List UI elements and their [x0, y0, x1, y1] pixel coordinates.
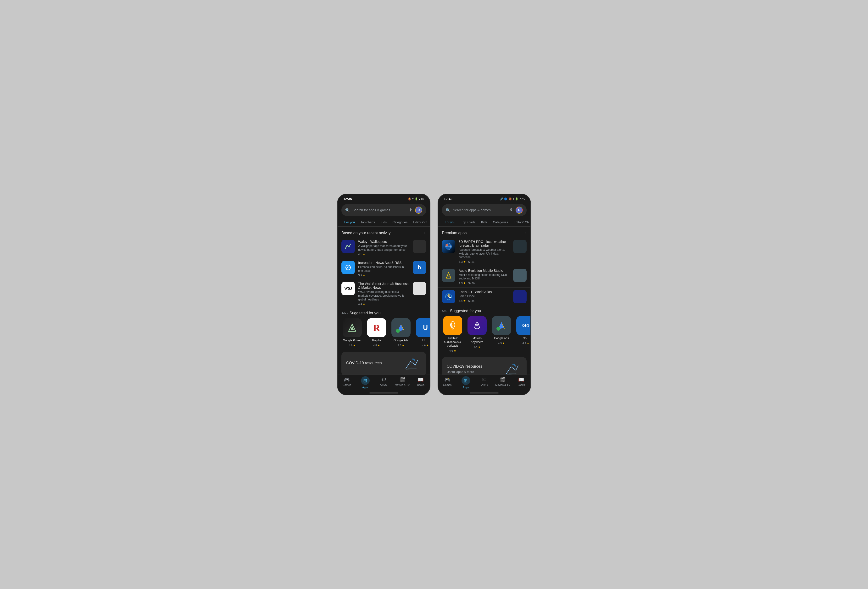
- premium-section-arrow[interactable]: →: [522, 230, 527, 236]
- audio-evolution-icon: [442, 269, 455, 282]
- mic-icon-2[interactable]: 🎙: [509, 208, 513, 212]
- bt-icon-2: 🔵: [504, 197, 508, 200]
- bottom-nav-movies-1[interactable]: 🎬 Movies & TV: [393, 377, 412, 389]
- tab-categories-2[interactable]: Categories: [490, 218, 511, 226]
- tab-editors-2[interactable]: Editors' Ch: [511, 218, 530, 226]
- home-indicator-1: [369, 393, 398, 393]
- suggested-scroll-2[interactable]: Audible: audiobooks & podcasts 4.6 ★: [438, 314, 530, 355]
- bottom-nav-games-1[interactable]: 🎮 Games: [338, 377, 356, 389]
- suggested-scroll-1[interactable]: Google Primer 4.6 ★ R Ralphs 4.5: [338, 316, 430, 350]
- scroll-content-1[interactable]: Based on your recent activity → Walpy - …: [338, 227, 430, 375]
- google-ads-name-2: Google Ads: [494, 337, 509, 340]
- covid-card-2[interactable]: COVID-19 resources Useful apps & more: [442, 357, 527, 375]
- earth-pro-icon: [442, 240, 455, 253]
- tab-top-charts-2[interactable]: Top charts: [458, 218, 478, 226]
- app-item-walpy[interactable]: Walpy - Wallpapers A Wallpaper app that …: [338, 237, 430, 258]
- tab-top-charts-1[interactable]: Top charts: [358, 218, 378, 226]
- avatar-inner-1: U: [416, 207, 422, 213]
- ads-label-2: Ads • Suggested for you: [438, 308, 530, 314]
- avatar-2[interactable]: U: [515, 206, 523, 214]
- earth3d-star: ★: [463, 299, 466, 303]
- suggested-app-google-ads-1[interactable]: Google Ads 4.3 ★: [390, 318, 412, 347]
- ads-dot-1: •: [347, 312, 348, 314]
- earth3d-rating: 4.4 ★ $2.99: [459, 299, 510, 303]
- bottom-nav-apps-1[interactable]: ⊞ Apps: [356, 377, 374, 389]
- ub-name: Ub...: [422, 339, 428, 343]
- search-bar-1[interactable]: 🔍 Search for apps & games 🎙 U: [341, 204, 426, 216]
- app-item-earth3d[interactable]: Earth 3D - World Atlas Smart Globe 4.4 ★…: [438, 287, 530, 306]
- google-ads-rating-2: 4.3 ★: [498, 342, 505, 345]
- status-time-2: 12:42: [444, 197, 452, 201]
- bottom-nav-books-1[interactable]: 📖 Books: [412, 377, 430, 389]
- suggested-app-ralphs[interactable]: R Ralphs 4.5 ★: [366, 318, 387, 347]
- tab-for-you-2[interactable]: For you: [442, 218, 458, 226]
- movies-label-1: Movies & TV: [395, 383, 410, 386]
- suggested-app-google-ads-2[interactable]: Google Ads 4.3 ★: [491, 316, 512, 352]
- audio-evolution-star: ★: [463, 281, 466, 285]
- search-bar-2[interactable]: 🔍 Search for apps & games 🎙 U: [442, 204, 527, 216]
- suggested-app-audible[interactable]: Audible: audiobooks & podcasts 4.6 ★: [442, 316, 464, 352]
- earth-pro-screenshot: [513, 240, 527, 253]
- audio-evolution-info: Audio Evolution Mobile Studio Mobile rec…: [459, 269, 510, 285]
- go-logo-text: Go: [522, 322, 530, 329]
- app-item-audio-evolution[interactable]: Audio Evolution Mobile Studio Mobile rec…: [438, 266, 530, 287]
- go-star: ★: [527, 342, 529, 345]
- earth-pro-info: 3D EARTH PRO - local weather forecast & …: [459, 240, 510, 264]
- google-ads-star-1: ★: [402, 344, 404, 347]
- tab-for-you-1[interactable]: For you: [341, 218, 358, 226]
- earth3d-info: Earth 3D - World Atlas Smart Globe 4.4 ★…: [459, 290, 510, 303]
- active-dot-2: ⊞: [462, 376, 470, 385]
- status-bar-1: 12:35 🔕 ▾ 🔋 74%: [338, 194, 430, 202]
- suggested-app-movies-anywhere[interactable]: Movies Anywhere 4.4 ★: [466, 316, 488, 352]
- tab-categories-1[interactable]: Categories: [390, 218, 410, 226]
- covid-title-2: COVID-19 resources: [447, 364, 482, 369]
- wsj-icon: WSJ: [341, 282, 355, 295]
- ralphs-name: Ralphs: [372, 339, 381, 343]
- search-placeholder-1: Search for apps & games: [353, 208, 406, 212]
- covid-card-1[interactable]: COVID-19 resources: [341, 352, 426, 375]
- walpy-star: ★: [363, 253, 365, 256]
- mute-icon-2: 🔕: [508, 197, 512, 200]
- app-item-inoreader[interactable]: Inoreader - News App & RSS Personalized …: [338, 258, 430, 280]
- recent-section-arrow-1[interactable]: →: [422, 230, 426, 236]
- bottom-nav-books-2[interactable]: 📖 Books: [512, 377, 530, 389]
- bottom-nav-offers-1[interactable]: 🏷 Offers: [374, 377, 393, 389]
- audio-evolution-rating: 4.3 ★ $9.99: [459, 281, 510, 285]
- mic-icon-1[interactable]: 🎙: [409, 208, 413, 212]
- phones-container: 12:35 🔕 ▾ 🔋 74% 🔍 Search for apps & game…: [337, 194, 531, 395]
- offers-label-2: Offers: [481, 383, 488, 386]
- recent-section-title-1: Based on your recent activity: [341, 231, 390, 235]
- offers-icon-2: 🏷: [482, 377, 487, 382]
- movies-icon-2: 🎬: [500, 377, 506, 383]
- status-bar-2: 12:42 🔗 🔵 🔕 ▾ 🔋 78%: [438, 194, 530, 202]
- books-label-2: Books: [518, 383, 525, 386]
- home-indicator-2: [470, 393, 499, 393]
- books-label-1: Books: [417, 383, 424, 386]
- tab-kids-2[interactable]: Kids: [478, 218, 490, 226]
- avatar-1[interactable]: U: [415, 206, 422, 214]
- premium-section-title: Premium apps: [442, 231, 466, 235]
- suggested-app-primer[interactable]: Google Primer 4.6 ★: [341, 318, 363, 347]
- suggested-app-go[interactable]: Go Go... 4.4 ★: [515, 316, 530, 352]
- games-label-1: Games: [342, 383, 351, 386]
- games-icon-1: 🎮: [344, 377, 350, 383]
- app-item-wsj[interactable]: WSJ The Wall Street Journal: Business & …: [338, 280, 430, 308]
- earth3d-name: Earth 3D - World Atlas: [459, 290, 510, 294]
- bottom-nav-2: 🎮 Games ⊞ Apps 🏷 Offers 🎬 Movies & TV 📖 …: [438, 375, 530, 392]
- scroll-content-2[interactable]: Premium apps → 3D EARTH PRO - local weat…: [438, 227, 530, 375]
- suggested-wrapper-1: Ads • Suggested for you: [338, 308, 430, 350]
- tab-kids-1[interactable]: Kids: [378, 218, 390, 226]
- status-time-1: 12:35: [343, 197, 352, 201]
- bottom-nav-games-2[interactable]: 🎮 Games: [438, 377, 456, 389]
- google-ads-icon-1: [391, 318, 410, 337]
- covid-title-1: COVID-19 resources: [346, 361, 382, 365]
- ub-icon: U: [416, 318, 430, 337]
- bottom-nav-apps-2[interactable]: ⊞ Apps: [456, 377, 475, 389]
- books-icon-2: 📖: [518, 377, 524, 383]
- bottom-nav-offers-2[interactable]: 🏷 Offers: [475, 377, 493, 389]
- app-item-earth-pro[interactable]: 3D EARTH PRO - local weather forecast & …: [438, 237, 530, 266]
- bottom-nav-movies-2[interactable]: 🎬 Movies & TV: [494, 377, 512, 389]
- wsj-name: The Wall Street Journal: Business & Mark…: [358, 282, 409, 290]
- tab-editors-1[interactable]: Editors' C: [410, 218, 430, 226]
- suggested-app-ub[interactable]: U Ub... 4.6 ★: [415, 318, 430, 347]
